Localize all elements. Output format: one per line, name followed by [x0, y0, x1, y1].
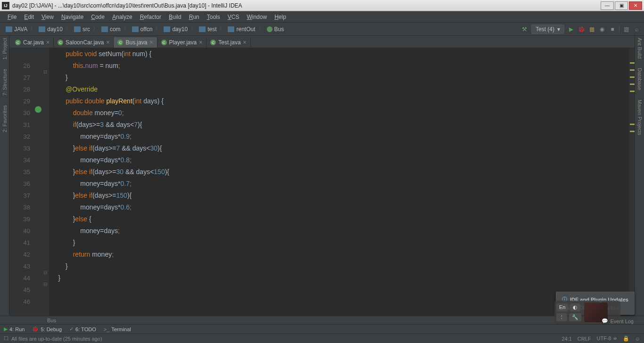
stripe-warning-icon[interactable] — [630, 124, 635, 125]
maximize-button[interactable]: ▣ — [615, 1, 628, 10]
main-area: 1: Project7: Structure2: Favorites CCar.… — [0, 36, 644, 316]
folder-icon — [199, 26, 206, 32]
fold-column[interactable]: ⊟ ⊟ ⊟ — [42, 48, 49, 316]
debug-button[interactable]: 🐞 — [578, 25, 585, 33]
editor-tab[interactable]: CBus.java× — [114, 37, 157, 48]
ime-tool-button[interactable]: 🔧 — [569, 313, 581, 321]
editor-area: CCar.java×CSaloonCar.java×CBus.java×CPla… — [9, 36, 635, 316]
menu-run[interactable]: Run — [185, 14, 203, 20]
stripe-warning-icon[interactable] — [630, 91, 635, 92]
bottom-tool-button[interactable]: ▶4: Run — [4, 326, 25, 332]
coverage-button[interactable]: ▦ — [588, 25, 595, 33]
editor-breadcrumb[interactable]: Bus — [0, 316, 644, 324]
encoding[interactable]: UTF-8 ≑ — [597, 335, 617, 342]
close-tab-icon[interactable]: × — [243, 39, 247, 46]
minimize-button[interactable]: — — [601, 1, 614, 10]
menu-navigate[interactable]: Navigate — [58, 14, 87, 20]
editor-tab[interactable]: CSaloonCar.java× — [54, 37, 114, 48]
editor-breadcrumb-label: Bus — [47, 318, 56, 323]
project-structure-icon[interactable]: ▥ — [622, 25, 630, 33]
close-tab-icon[interactable]: × — [46, 39, 50, 46]
close-tab-icon[interactable]: × — [199, 39, 202, 46]
menu-build[interactable]: Build — [165, 14, 185, 20]
ime-mode-button[interactable]: ◐ — [570, 303, 580, 311]
breadcrumb-item[interactable]: day10 — [37, 26, 65, 33]
stripe-warning-icon[interactable] — [630, 84, 635, 85]
override-gutter-icon[interactable] — [35, 106, 41, 113]
error-stripe[interactable] — [629, 48, 635, 316]
breadcrumb-item[interactable]: rentOut — [226, 26, 257, 33]
menu-edit[interactable]: Edit — [20, 14, 38, 20]
bottom-tool-button[interactable]: >_Terminal — [104, 326, 131, 332]
ime-settings-button[interactable]: ⋮ — [556, 313, 567, 321]
line-separator[interactable]: CRLF — [578, 336, 591, 342]
breadcrumb-item[interactable]: src — [72, 26, 92, 33]
class-icon: C — [161, 40, 167, 45]
breadcrumb-item[interactable]: com — [99, 26, 123, 33]
ime-lang-button[interactable]: En — [556, 303, 568, 311]
close-tab-icon[interactable]: × — [106, 39, 109, 46]
folder-icon — [132, 26, 139, 32]
chevron-right-icon: 〉 — [123, 25, 130, 33]
menu-bar: FileEditViewNavigateCodeAnalyzeRefactorB… — [0, 11, 644, 23]
menu-refactor[interactable]: Refactor — [136, 14, 165, 20]
breadcrumb-item[interactable]: offcn — [130, 26, 155, 33]
status-icon: ☐ — [4, 335, 8, 342]
tool-icon: ▶ — [4, 326, 8, 332]
run-button[interactable]: ▶ — [567, 25, 575, 33]
stripe-warning-icon[interactable] — [630, 69, 635, 71]
code-editor[interactable]: 2627282930313233343536373839404142434445… — [9, 48, 635, 316]
tool-window-button[interactable]: 1: Project — [2, 38, 8, 59]
bottom-tool-button[interactable]: 🐞5: Debug — [32, 326, 62, 332]
breadcrumb-item[interactable]: test — [197, 26, 218, 33]
editor-tab[interactable]: CCar.java× — [11, 37, 54, 48]
cursor-position[interactable]: 24:1 — [561, 336, 571, 342]
tool-icon: >_ — [104, 326, 110, 332]
folder-icon — [101, 26, 108, 32]
tool-window-button[interactable]: Database — [637, 68, 643, 90]
tool-window-button[interactable]: 7: Structure — [2, 69, 8, 96]
fold-mark-icon[interactable]: ⊟ — [43, 282, 47, 287]
breadcrumb-item[interactable]: Bus — [265, 26, 286, 33]
build-icon[interactable]: ⚒ — [521, 25, 528, 33]
event-log-button[interactable]: 💬 Event Log — [602, 318, 634, 324]
fold-mark-icon[interactable]: ⊟ — [43, 69, 47, 75]
tool-window-button[interactable]: Ant Build — [637, 38, 643, 59]
inspector-icon[interactable]: ☺ — [635, 336, 640, 342]
breadcrumb-item[interactable]: JAVA — [4, 26, 29, 33]
lock-icon[interactable]: 🔒 — [623, 335, 629, 342]
left-tool-strip: 1: Project7: Structure2: Favorites — [0, 36, 9, 316]
run-config-selector[interactable]: Test (4) ▾ — [531, 25, 564, 34]
navigation-bar: JAVA〉day10〉src〉com〉offcn〉day10〉test〉rent… — [0, 23, 644, 36]
editor-tab[interactable]: CPlayer.java× — [157, 37, 207, 48]
close-tab-icon[interactable]: × — [149, 39, 153, 46]
menu-vcs[interactable]: VCS — [224, 14, 243, 20]
menu-file[interactable]: File — [4, 14, 20, 20]
folder-icon — [228, 26, 234, 32]
app-icon: IJ — [2, 2, 9, 9]
stripe-warning-icon[interactable] — [630, 62, 635, 64]
stripe-warning-icon[interactable] — [630, 76, 635, 78]
stop-button[interactable]: ■ — [609, 25, 616, 33]
window-controls: — ▣ ✕ — [600, 1, 642, 10]
stripe-warning-icon[interactable] — [630, 131, 635, 132]
class-icon: C — [58, 40, 63, 45]
menu-view[interactable]: View — [38, 14, 58, 20]
tool-window-button[interactable]: 2: Favorites — [2, 105, 8, 132]
close-button[interactable]: ✕ — [629, 1, 642, 10]
fold-mark-icon[interactable]: ⊟ — [43, 270, 47, 275]
menu-code[interactable]: Code — [87, 14, 108, 20]
code-content[interactable]: public void setNum(int num) { this.num =… — [49, 48, 629, 316]
search-icon[interactable]: ⌕ — [633, 25, 640, 33]
breadcrumb-item[interactable]: day10 — [162, 26, 190, 33]
bottom-tool-button[interactable]: ✓6: TODO — [69, 326, 96, 332]
menu-window[interactable]: Window — [243, 14, 271, 20]
menu-tools[interactable]: Tools — [203, 14, 224, 20]
editor-tab[interactable]: CTest.java× — [206, 37, 250, 48]
window-title: day02 [D:\JAVA] - ...\day10\src\com\offc… — [12, 2, 600, 9]
tool-window-button[interactable]: Maven Projects — [637, 100, 643, 135]
menu-analyze[interactable]: Analyze — [108, 14, 136, 20]
menu-help[interactable]: Help — [271, 14, 290, 20]
profile-button[interactable]: ◉ — [598, 25, 606, 33]
editor-tabs: CCar.java×CSaloonCar.java×CBus.java×CPla… — [9, 36, 635, 48]
